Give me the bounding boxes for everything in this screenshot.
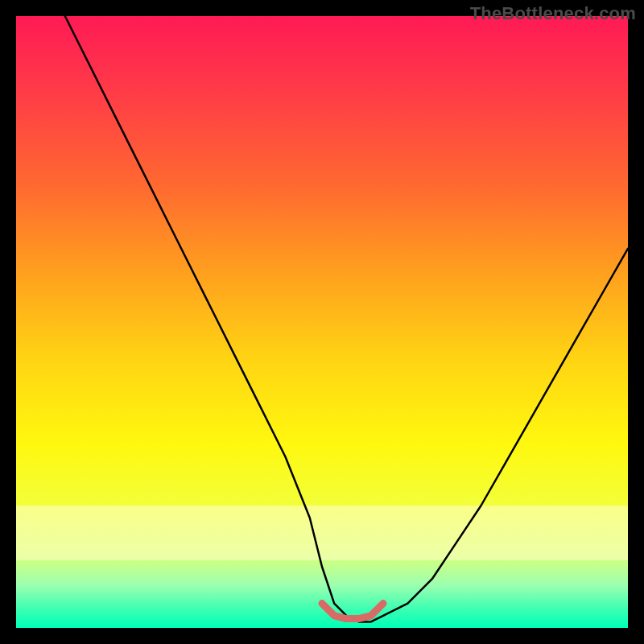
flat-minimum-path (322, 604, 383, 619)
curve-layer (16, 16, 628, 628)
chart-frame: TheBottleneck.com (0, 0, 644, 644)
watermark-text: TheBottleneck.com (470, 3, 636, 24)
bottleneck-curve-path (65, 16, 628, 621)
plot-area (16, 16, 628, 628)
